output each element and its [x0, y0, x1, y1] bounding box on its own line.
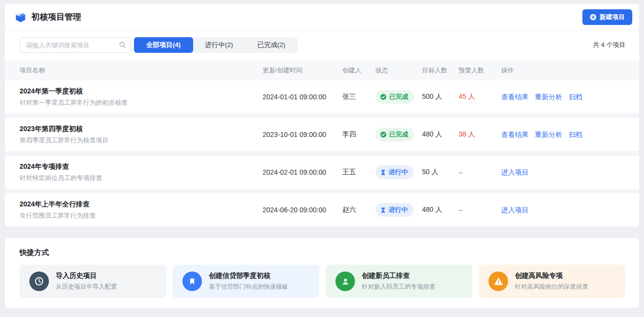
- status-badge: 已完成: [376, 90, 414, 104]
- archive-link[interactable]: 归档: [569, 93, 582, 101]
- person-icon: [335, 272, 355, 291]
- column-warning-count: 预警人数: [459, 66, 501, 75]
- project-time: 2024-02-01 09:00:00: [263, 168, 342, 176]
- target-count: 480 人: [422, 130, 459, 139]
- shortcut-card-description: 针对高风险岗位的深度排查: [515, 283, 588, 291]
- column-status: 状态: [376, 66, 422, 75]
- target-count: 480 人: [422, 205, 459, 214]
- column-creator: 创建人: [342, 66, 376, 75]
- shortcut-create-new-employee-check[interactable]: 创建新员工排查 针对新入职员工的专项排查: [326, 265, 472, 298]
- project-time: 2024-01-01 09:00:00: [263, 93, 342, 101]
- tab-all-projects[interactable]: 全部项目(4): [134, 37, 193, 53]
- column-update-time: 更新/创建时间: [263, 66, 342, 75]
- project-description: 第四季度员工异常行为核查项目: [20, 136, 263, 145]
- shortcut-card-title: 创建新员工排查: [362, 272, 435, 280]
- project-total-count: 共 4 个项目: [593, 41, 625, 49]
- project-time: 2023-10-01 09:00:00: [263, 131, 342, 138]
- hourglass-icon: [380, 207, 386, 213]
- cube-icon: [15, 11, 26, 23]
- shortcut-card-title: 导入历史项目: [56, 272, 117, 280]
- enter-project-link[interactable]: 进入项目: [501, 168, 529, 176]
- view-results-link[interactable]: 查看结果: [501, 131, 529, 138]
- project-management-panel: 初核项目管理 新建项目: [5, 4, 639, 226]
- check-circle-icon: [380, 93, 387, 100]
- plus-circle-icon: [590, 14, 597, 21]
- shortcuts-panel: 快捷方式 导入历史项目 从历史项目中导入配置: [5, 238, 639, 308]
- check-circle-icon: [380, 131, 387, 138]
- project-name: 2024年专项排查: [20, 162, 263, 171]
- status-label: 进行中: [389, 168, 408, 177]
- warning-count: –: [459, 168, 501, 176]
- tab-in-progress[interactable]: 进行中(2): [193, 37, 245, 53]
- warning-icon: [489, 272, 508, 291]
- warning-count: 38 人: [459, 130, 501, 139]
- warning-count: –: [459, 206, 501, 214]
- project-name: 2023年第四季度初核: [20, 125, 263, 134]
- project-creator: 赵六: [342, 205, 376, 214]
- table-header: 项目名称 更新/创建时间 创建人 状态 目标人数 预警人数 操作: [5, 61, 639, 80]
- search-input[interactable]: [20, 37, 131, 53]
- status-badge: 已完成: [376, 128, 414, 141]
- status-label: 已完成: [389, 92, 408, 101]
- view-results-link[interactable]: 查看结果: [501, 93, 529, 101]
- shortcut-cards: 导入历史项目 从历史项目中导入配置 创建信贷部季度初核 基于信贷部门特点的快速模…: [20, 265, 625, 298]
- table-row: 2024年专项排查 针对特定岗位员工的专项排查 2024-02-01 09:00…: [5, 156, 639, 189]
- project-description: 针对特定岗位员工的专项排查: [20, 174, 263, 182]
- status-badge: 进行中: [376, 165, 414, 179]
- project-description: 针对第一季度员工异常行为的初步核查: [20, 98, 263, 107]
- project-creator: 李四: [342, 130, 376, 139]
- target-count: 50 人: [422, 168, 459, 177]
- target-count: 500 人: [422, 92, 459, 101]
- enter-project-link[interactable]: 进入项目: [501, 206, 529, 214]
- shortcut-card-title: 创建高风险专项: [515, 272, 588, 280]
- column-actions: 操作: [501, 66, 624, 75]
- warning-count: 45 人: [459, 92, 501, 101]
- page-title: 初核项目管理: [31, 11, 81, 23]
- shortcuts-title: 快捷方式: [20, 248, 625, 257]
- shortcut-card-description: 基于信贷部门特点的快速模板: [209, 283, 289, 291]
- column-target-count: 目标人数: [422, 66, 459, 75]
- table-row: 2023年第四季度初核 第四季度员工异常行为核查项目 2023-10-01 09…: [5, 118, 639, 151]
- project-name: 2024年第一季度初核: [20, 87, 263, 96]
- status-badge: 进行中: [376, 203, 414, 217]
- shortcut-create-credit-review[interactable]: 创建信贷部季度初核 基于信贷部门特点的快速模板: [173, 265, 319, 298]
- hourglass-icon: [380, 169, 386, 176]
- reanalyze-link[interactable]: 重新分析: [535, 131, 562, 138]
- filter-tabs: 全部项目(4) 进行中(2) 已完成(2): [134, 37, 298, 53]
- shortcut-card-title: 创建信贷部季度初核: [209, 272, 289, 280]
- clock-icon: [29, 272, 49, 291]
- tab-completed[interactable]: 已完成(2): [245, 37, 298, 53]
- column-project-name: 项目名称: [20, 66, 263, 75]
- page-header: 初核项目管理 新建项目: [5, 4, 639, 30]
- table-row: 2024年上半年全行排查 全行范围员工异常行为排查 2024-06-20 09:…: [5, 193, 639, 226]
- new-project-button[interactable]: 新建项目: [582, 9, 632, 25]
- status-label: 进行中: [389, 205, 408, 214]
- row-divider: [5, 189, 639, 193]
- row-divider: [5, 151, 639, 156]
- search-box: [20, 37, 131, 53]
- search-icon: [119, 41, 126, 48]
- shortcut-card-description: 从历史项目中导入配置: [56, 283, 117, 291]
- status-label: 已完成: [389, 130, 408, 139]
- reanalyze-link[interactable]: 重新分析: [535, 93, 562, 101]
- bookmark-icon: [182, 272, 202, 291]
- shortcut-import-history[interactable]: 导入历史项目 从历史项目中导入配置: [20, 265, 166, 298]
- table-row: 2024年第一季度初核 针对第一季度员工异常行为的初步核查 2024-01-01…: [5, 80, 639, 113]
- project-creator: 王五: [342, 168, 376, 177]
- shortcut-card-description: 针对新入职员工的专项排查: [362, 283, 435, 291]
- project-description: 全行范围员工异常行为排查: [20, 211, 263, 220]
- archive-link[interactable]: 归档: [569, 131, 582, 138]
- shortcut-create-high-risk-special[interactable]: 创建高风险专项 针对高风险岗位的深度排查: [479, 265, 625, 298]
- row-divider: [5, 113, 639, 118]
- page: 初核项目管理 新建项目: [0, 0, 644, 317]
- toolbar: 全部项目(4) 进行中(2) 已完成(2) 共 4 个项目: [5, 30, 639, 61]
- project-creator: 张三: [342, 92, 376, 101]
- project-name: 2024年上半年全行排查: [20, 200, 263, 209]
- project-time: 2024-06-20 09:00:00: [263, 206, 342, 214]
